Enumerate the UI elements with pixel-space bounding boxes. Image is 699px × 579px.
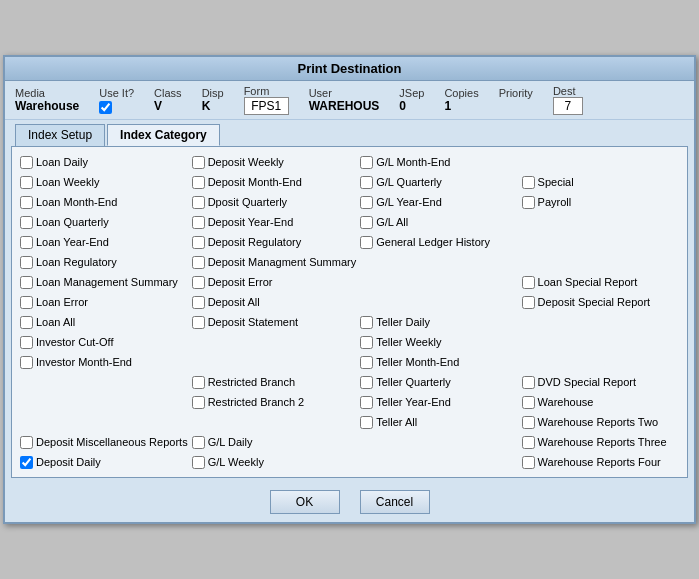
list-item [360,253,517,271]
checkbox-loan-daily[interactable] [20,156,33,169]
checkbox-teller-weekly[interactable] [360,336,373,349]
checkbox-gl-weekly[interactable] [192,456,205,469]
list-item: Loan Regulatory [20,253,188,271]
checkbox-label: Deposit Managment Summary [208,256,357,268]
list-item: Deposit Statement [192,313,357,331]
checkbox-deposit-year-end[interactable] [192,216,205,229]
checkbox-label: G/L All [376,216,408,228]
list-item [360,433,517,451]
checkbox-deposit-statement[interactable] [192,316,205,329]
checkbox-warehouse-reports-three[interactable] [522,436,535,449]
list-item: Warehouse Reports Four [522,453,679,471]
checkbox-label: Warehouse Reports Three [538,436,667,448]
tab-index-category[interactable]: Index Category [107,124,220,146]
checkbox-loan-error[interactable] [20,296,33,309]
list-item: Restricted Branch [192,373,357,391]
list-item: Investor Cut-Off [20,333,188,351]
content-area: Loan DailyDeposit WeeklyG/L Month-EndLoa… [11,146,688,478]
checkbox-investor-month-end[interactable] [20,356,33,369]
copies-label: Copies [444,87,478,99]
checkbox-payroll[interactable] [522,196,535,209]
list-item: Loan Weekly [20,173,188,191]
checkbox-label: Investor Cut-Off [36,336,113,348]
checkbox-label: General Ledger History [376,236,490,248]
checkbox-teller-all[interactable] [360,416,373,429]
checkbox-loan-regulatory[interactable] [20,256,33,269]
checkbox-deposit-managment-summary[interactable] [192,256,205,269]
checkbox-deposit-all[interactable] [192,296,205,309]
useit-col: Use It? [99,87,134,114]
checkbox-deposit-special-report[interactable] [522,296,535,309]
disp-label: Disp [202,87,224,99]
checkbox-teller-daily[interactable] [360,316,373,329]
checkbox-gl-daily[interactable] [192,436,205,449]
checkbox-loan-quarterly[interactable] [20,216,33,229]
user-col: User WAREHOUS [309,87,380,113]
checkbox-warehouse-reports-four[interactable] [522,456,535,469]
list-item [360,293,517,311]
media-value: Warehouse [15,99,79,113]
list-item [522,313,679,331]
checkbox-teller-year-end[interactable] [360,396,373,409]
checkbox-loan-weekly[interactable] [20,176,33,189]
checkbox-label: G/L Weekly [208,456,264,468]
list-item: Loan Error [20,293,188,311]
list-item: Loan Daily [20,153,188,171]
checkbox-loan-special-report[interactable] [522,276,535,289]
useit-label: Use It? [99,87,134,99]
checkbox-gl-year-end[interactable] [360,196,373,209]
checkbox-deposit-regulatory[interactable] [192,236,205,249]
checkbox-dposit-quarterly[interactable] [192,196,205,209]
list-item: Deposit Managment Summary [192,253,357,271]
checkbox-deposit-error[interactable] [192,276,205,289]
list-item: Teller Weekly [360,333,517,351]
dest-input[interactable] [553,97,583,115]
cancel-button[interactable]: Cancel [360,490,430,514]
checkbox-loan-management-summary[interactable] [20,276,33,289]
checkbox-teller-quarterly[interactable] [360,376,373,389]
checkbox-warehouse[interactable] [522,396,535,409]
checkbox-deposit-miscellaneous-reports[interactable] [20,436,33,449]
list-item [522,353,679,371]
checkbox-label: Teller Year-End [376,396,451,408]
checkbox-restricted-branch-2[interactable] [192,396,205,409]
list-item: Warehouse Reports Three [522,433,679,451]
list-item [192,353,357,371]
print-destination-window: Print Destination Media Warehouse Use It… [3,55,696,524]
checkbox-deposit-daily[interactable] [20,456,33,469]
checkbox-investor-cut-off[interactable] [20,336,33,349]
tab-index-setup[interactable]: Index Setup [15,124,105,146]
checkbox-dvd-special-report[interactable] [522,376,535,389]
list-item: Restricted Branch 2 [192,393,357,411]
useit-checkbox[interactable] [99,101,112,114]
checkbox-deposit-month-end[interactable] [192,176,205,189]
checkbox-gl-all[interactable] [360,216,373,229]
checkbox-warehouse-reports-two[interactable] [522,416,535,429]
list-item [360,453,517,471]
checkbox-loan-all[interactable] [20,316,33,329]
checkbox-loan-month-end[interactable] [20,196,33,209]
list-item [20,393,188,411]
form-input[interactable] [244,97,289,115]
checkbox-general-ledger-history[interactable] [360,236,373,249]
priority-col: Priority [499,87,533,113]
list-item [192,333,357,351]
class-value: V [154,99,162,113]
checkbox-loan-year-end[interactable] [20,236,33,249]
list-item: Deposit Regulatory [192,233,357,251]
checkbox-restricted-branch[interactable] [192,376,205,389]
checkbox-label: Teller Weekly [376,336,441,348]
checkbox-special[interactable] [522,176,535,189]
checkbox-gl-month-end[interactable] [360,156,373,169]
checkbox-deposit-weekly[interactable] [192,156,205,169]
checkbox-label: Investor Month-End [36,356,132,368]
ok-button[interactable]: OK [270,490,340,514]
list-item [522,333,679,351]
list-item [192,413,357,431]
checkbox-label: Deposit Year-End [208,216,294,228]
list-item: Loan Special Report [522,273,679,291]
list-item [522,233,679,251]
checkbox-label: Deposit Regulatory [208,236,302,248]
checkbox-teller-month-end[interactable] [360,356,373,369]
checkbox-gl-quarterly[interactable] [360,176,373,189]
